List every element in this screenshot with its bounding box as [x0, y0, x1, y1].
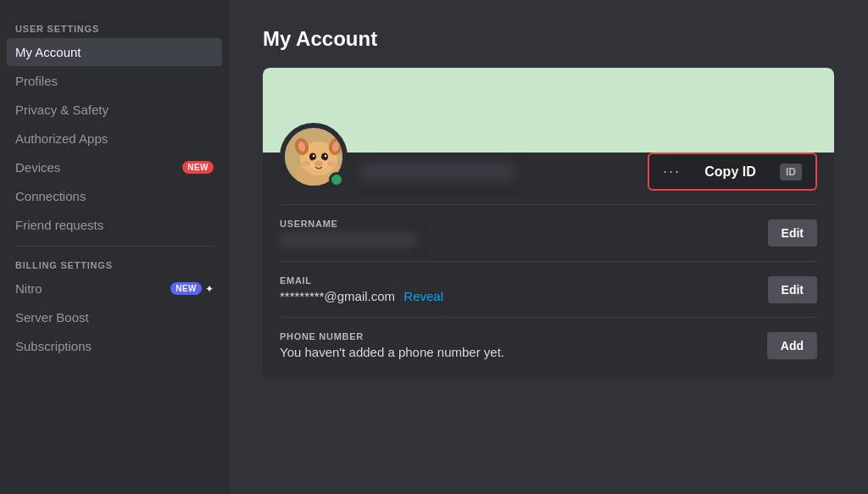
username-value-blurred [280, 232, 415, 247]
email-field-row: EMAIL *********@gmail.com Reveal Edit [280, 261, 817, 317]
sparkle-icon: ✦ [205, 283, 214, 295]
id-badge: ID [780, 164, 802, 180]
sidebar-item-label: Devices [15, 160, 182, 175]
profile-banner [263, 68, 834, 153]
new-badge: NEW [182, 161, 214, 174]
sidebar-item-privacy-safety[interactable]: Privacy & Safety [7, 96, 222, 124]
sidebar-item-label: Connections [15, 189, 214, 203]
sidebar-item-label: Privacy & Safety [15, 103, 214, 117]
phone-label: PHONE NUMBER [280, 331, 504, 341]
email-value: *********@gmail.com Reveal [280, 289, 443, 303]
avatar-wrap [280, 123, 348, 191]
svg-point-13 [302, 161, 310, 166]
page-title: My Account [263, 27, 834, 51]
copy-id-section[interactable]: ··· Copy ID ID [648, 153, 817, 191]
sidebar-item-subscriptions[interactable]: Subscriptions [7, 332, 222, 360]
sidebar-item-nitro[interactable]: Nitro NEW ✦ [7, 275, 222, 303]
email-edit-button[interactable]: Edit [768, 276, 817, 303]
phone-add-button[interactable]: Add [767, 332, 817, 359]
sidebar-item-label: Friend requests [15, 218, 214, 232]
online-status-indicator [329, 172, 344, 187]
sidebar-item-authorized-apps[interactable]: Authorized Apps [7, 125, 222, 153]
sidebar-item-label: Server Boost [15, 310, 214, 325]
username-blurred [361, 164, 514, 180]
new-badge-nitro: NEW [170, 282, 202, 295]
reveal-email-link[interactable]: Reveal [403, 289, 443, 303]
sidebar: USER SETTINGS My Account Profiles Privac… [0, 0, 229, 494]
svg-point-14 [327, 161, 336, 166]
email-label: EMAIL [280, 275, 443, 286]
phone-field-row: PHONE NUMBER You haven't added a phone n… [280, 317, 817, 373]
copy-id-label: Copy ID [691, 164, 770, 180]
billing-settings-label: BILLING SETTINGS [7, 253, 222, 274]
sidebar-item-label: Profiles [15, 74, 214, 88]
sidebar-item-profiles[interactable]: Profiles [7, 67, 222, 95]
sidebar-item-devices[interactable]: Devices NEW [7, 153, 222, 181]
sidebar-item-label: My Account [15, 45, 214, 59]
profile-info-row: ··· Copy ID ID [263, 153, 834, 204]
sidebar-item-friend-requests[interactable]: Friend requests [7, 211, 222, 239]
sidebar-item-my-account[interactable]: My Account [7, 38, 222, 66]
sidebar-item-label: Nitro [15, 281, 170, 296]
sidebar-item-connections[interactable]: Connections [7, 182, 222, 210]
sidebar-divider [15, 246, 214, 247]
sidebar-item-server-boost[interactable]: Server Boost [7, 303, 222, 331]
more-options-icon: ··· [663, 163, 681, 180]
profile-card: ··· Copy ID ID USERNAME Edit EMAIL * [263, 68, 834, 380]
phone-value: You haven't added a phone number yet. [280, 345, 504, 359]
fields-section: USERNAME Edit EMAIL *********@gmail.com … [263, 204, 834, 380]
username-edit-button[interactable]: Edit [768, 219, 817, 247]
username-label: USERNAME [280, 219, 415, 229]
phone-field-left: PHONE NUMBER You haven't added a phone n… [280, 331, 504, 359]
svg-point-9 [313, 154, 314, 156]
main-content: My Account [229, 0, 868, 494]
sidebar-item-label: Subscriptions [15, 339, 214, 353]
email-field-left: EMAIL *********@gmail.com Reveal [280, 275, 443, 303]
username-field-left: USERNAME [280, 219, 415, 247]
svg-point-10 [325, 154, 326, 156]
user-settings-label: USER SETTINGS [7, 17, 222, 37]
username-field-row: USERNAME Edit [280, 204, 817, 261]
sidebar-item-label: Authorized Apps [15, 131, 214, 146]
